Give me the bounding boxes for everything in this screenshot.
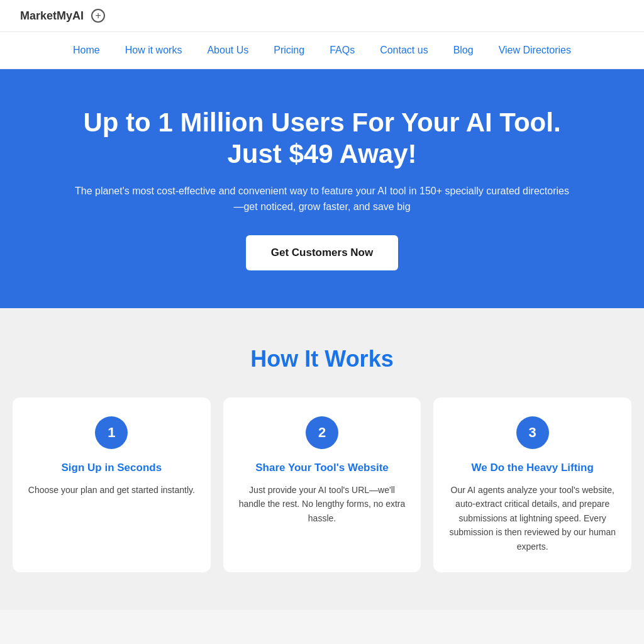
step-1-circle: 1 — [95, 416, 128, 449]
nav-pricing[interactable]: Pricing — [274, 45, 304, 56]
step-1-title: Sign Up in Seconds — [28, 462, 196, 474]
nav-faqs[interactable]: FAQs — [330, 45, 355, 56]
step-3-circle: 3 — [516, 416, 549, 449]
logo-market: Market — [20, 9, 57, 22]
step-3-description: Our AI agents analyze your tool's websit… — [448, 483, 616, 553]
how-it-works-section: How It Works 1 Sign Up in Seconds Choose… — [0, 308, 644, 610]
step-2-description: Just provide your AI tool's URL—we'll ha… — [238, 483, 406, 525]
step-card-3: 3 We Do the Heavy Lifting Our AI agents … — [433, 397, 631, 572]
step-card-2: 2 Share Your Tool's Website Just provide… — [223, 397, 421, 572]
nav-home[interactable]: Home — [73, 45, 100, 56]
step-1-description: Choose your plan and get started instant… — [28, 483, 196, 497]
logo: MarketMyAI — [20, 9, 84, 23]
nav-about-us[interactable]: About Us — [207, 45, 248, 56]
step-3-title: We Do the Heavy Lifting — [448, 462, 616, 474]
hero-subtext: The planet's most cost-effective and con… — [70, 183, 574, 215]
step-2-number: 2 — [318, 425, 326, 441]
nav-view-directories[interactable]: View Directories — [499, 45, 571, 56]
step-3-number: 3 — [529, 425, 536, 441]
how-it-works-title: How It Works — [13, 346, 631, 372]
main-nav: Home How it works About Us Pricing FAQs … — [0, 32, 644, 69]
step-2-title: Share Your Tool's Website — [238, 462, 406, 474]
nav-how-it-works[interactable]: How it works — [125, 45, 182, 56]
logo-ai: AI — [72, 9, 84, 22]
get-customers-button[interactable]: Get Customers Now — [246, 235, 398, 270]
hero-section: Up to 1 Million Users For Your AI Tool. … — [0, 69, 644, 308]
plus-icon[interactable]: + — [91, 9, 105, 23]
nav-blog[interactable]: Blog — [453, 45, 474, 56]
step-2-circle: 2 — [306, 416, 338, 449]
step-card-1: 1 Sign Up in Seconds Choose your plan an… — [13, 397, 211, 572]
step-1-number: 1 — [108, 425, 115, 441]
hero-headline: Up to 1 Million Users For Your AI Tool. … — [70, 107, 574, 170]
steps-cards: 1 Sign Up in Seconds Choose your plan an… — [13, 397, 631, 572]
nav-contact-us[interactable]: Contact us — [380, 45, 428, 56]
header: MarketMyAI + — [0, 0, 644, 32]
logo-my: My — [57, 9, 72, 22]
